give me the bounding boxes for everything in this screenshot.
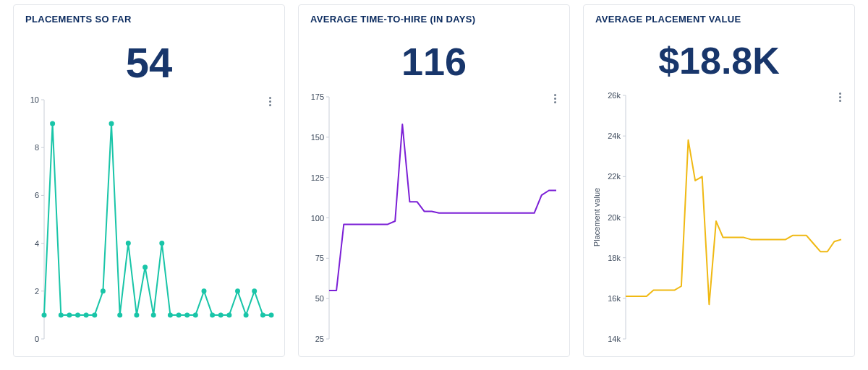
svg-point-39 xyxy=(260,312,265,317)
kpi-value: 54 xyxy=(14,30,284,91)
svg-point-35 xyxy=(226,312,231,317)
kebab-menu-icon[interactable] xyxy=(834,91,846,103)
card-title: AVERAGE PLACEMENT VALUE xyxy=(584,5,854,30)
kebab-menu-icon[interactable] xyxy=(549,92,561,104)
svg-text:16k: 16k xyxy=(608,294,621,303)
svg-text:Placement value: Placement value xyxy=(592,188,601,246)
svg-text:4: 4 xyxy=(35,239,39,248)
svg-point-36 xyxy=(235,288,240,293)
svg-point-24 xyxy=(134,312,139,317)
svg-text:6: 6 xyxy=(35,191,39,199)
svg-point-29 xyxy=(176,312,182,317)
svg-text:18k: 18k xyxy=(608,254,621,262)
chart-area: 0246810 xyxy=(14,91,284,356)
placements-chart: 0246810 xyxy=(21,91,277,346)
kpi-value: $18.8K xyxy=(584,30,854,87)
svg-point-21 xyxy=(109,121,114,126)
svg-point-23 xyxy=(126,241,131,246)
svg-text:20k: 20k xyxy=(608,213,621,222)
placements-card: PLACEMENTS SO FAR 54 0246810 xyxy=(13,4,285,357)
svg-point-18 xyxy=(84,312,89,317)
card-title: AVERAGE TIME-TO-HIRE (IN DAYS) xyxy=(299,5,569,30)
svg-text:0: 0 xyxy=(35,335,39,343)
svg-point-16 xyxy=(67,312,72,317)
svg-text:2: 2 xyxy=(35,287,39,296)
svg-text:8: 8 xyxy=(35,143,39,152)
svg-text:125: 125 xyxy=(311,173,324,182)
svg-point-25 xyxy=(142,264,148,270)
svg-text:14k: 14k xyxy=(608,335,621,343)
placement-value-chart: 14k16k18k20k22k24k26kPlacement value xyxy=(591,87,847,346)
svg-point-20 xyxy=(101,288,106,293)
svg-point-34 xyxy=(218,312,224,317)
svg-point-14 xyxy=(50,121,55,126)
chart-area: 255075100125150175 xyxy=(299,88,569,356)
kpi-value: 116 xyxy=(299,30,569,88)
svg-point-17 xyxy=(75,312,80,317)
svg-text:22k: 22k xyxy=(608,172,621,181)
card-title: PLACEMENTS SO FAR xyxy=(14,5,284,30)
svg-point-31 xyxy=(193,312,198,317)
svg-text:75: 75 xyxy=(315,254,324,262)
svg-point-40 xyxy=(269,312,274,317)
svg-text:100: 100 xyxy=(311,214,324,223)
svg-text:26k: 26k xyxy=(608,91,621,100)
svg-point-30 xyxy=(184,312,190,317)
svg-point-28 xyxy=(168,312,173,317)
svg-text:150: 150 xyxy=(311,133,324,142)
chart-area: 14k16k18k20k22k24k26kPlacement value xyxy=(584,87,854,356)
svg-point-27 xyxy=(159,241,164,246)
svg-point-22 xyxy=(117,312,122,317)
time-to-hire-card: AVERAGE TIME-TO-HIRE (IN DAYS) 116 25507… xyxy=(298,4,570,357)
time-to-hire-chart: 255075100125150175 xyxy=(306,88,562,346)
svg-text:25: 25 xyxy=(315,335,324,343)
svg-point-26 xyxy=(151,312,156,317)
svg-text:24k: 24k xyxy=(608,132,621,140)
svg-point-38 xyxy=(252,288,257,293)
svg-point-15 xyxy=(59,312,64,317)
svg-point-13 xyxy=(42,312,47,317)
dashboard-row: PLACEMENTS SO FAR 54 0246810 AVERAGE TIM… xyxy=(0,0,868,370)
placement-value-card: AVERAGE PLACEMENT VALUE $18.8K 14k16k18k… xyxy=(583,4,855,357)
svg-point-32 xyxy=(202,288,207,293)
svg-text:175: 175 xyxy=(311,92,324,101)
svg-point-37 xyxy=(244,312,249,317)
kebab-menu-icon[interactable] xyxy=(264,95,276,107)
svg-point-33 xyxy=(210,312,215,317)
svg-text:50: 50 xyxy=(315,294,324,303)
svg-text:10: 10 xyxy=(30,95,39,104)
svg-point-19 xyxy=(92,312,97,317)
